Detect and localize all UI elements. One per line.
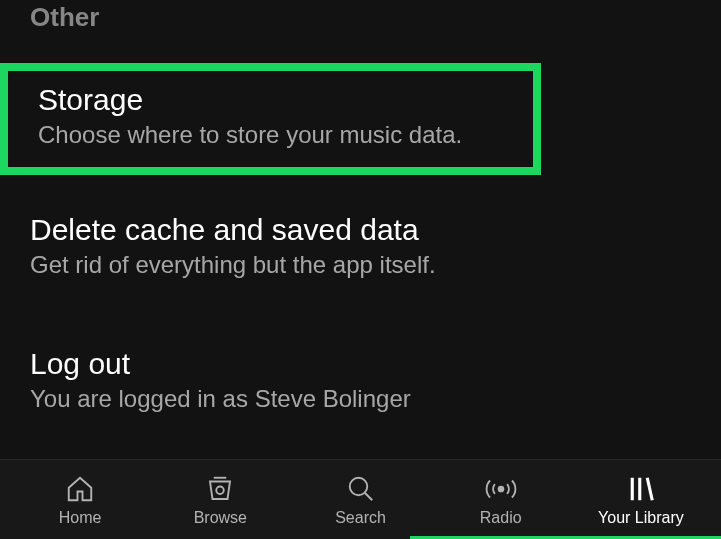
nav-item-browse[interactable]: Browse — [150, 473, 290, 527]
search-icon — [346, 473, 376, 505]
svg-point-3 — [498, 486, 503, 491]
radio-icon — [484, 473, 518, 505]
svg-line-6 — [647, 477, 652, 500]
nav-label-library: Your Library — [598, 509, 684, 527]
nav-item-radio[interactable]: Radio — [431, 473, 571, 527]
library-icon — [626, 473, 656, 505]
svg-point-0 — [217, 486, 225, 494]
setting-title-storage: Storage — [38, 83, 511, 117]
nav-label-browse: Browse — [194, 509, 247, 527]
setting-item-logout[interactable]: Log out You are logged in as Steve Bolin… — [0, 329, 721, 435]
setting-description-logout: You are logged in as Steve Bolinger — [30, 385, 691, 413]
nav-label-search: Search — [335, 509, 386, 527]
nav-label-home: Home — [59, 509, 102, 527]
svg-line-2 — [364, 492, 372, 500]
setting-description-delete-cache: Get rid of everything but the app itself… — [30, 251, 691, 279]
setting-item-delete-cache[interactable]: Delete cache and saved data Get rid of e… — [0, 195, 721, 301]
nav-item-home[interactable]: Home — [10, 473, 150, 527]
settings-list: Storage Choose where to store your music… — [0, 63, 721, 435]
setting-item-storage[interactable]: Storage Choose where to store your music… — [0, 63, 541, 175]
bottom-nav: Home Browse Search — [0, 459, 721, 539]
nav-item-search[interactable]: Search — [290, 473, 430, 527]
section-header-other: Other — [0, 2, 721, 33]
browse-icon — [205, 473, 235, 505]
svg-point-1 — [349, 477, 367, 495]
home-icon — [65, 473, 95, 505]
setting-title-logout: Log out — [30, 347, 691, 381]
setting-description-storage: Choose where to store your music data. — [38, 121, 511, 149]
setting-title-delete-cache: Delete cache and saved data — [30, 213, 691, 247]
nav-label-radio: Radio — [480, 509, 522, 527]
nav-item-library[interactable]: Your Library — [571, 473, 711, 527]
